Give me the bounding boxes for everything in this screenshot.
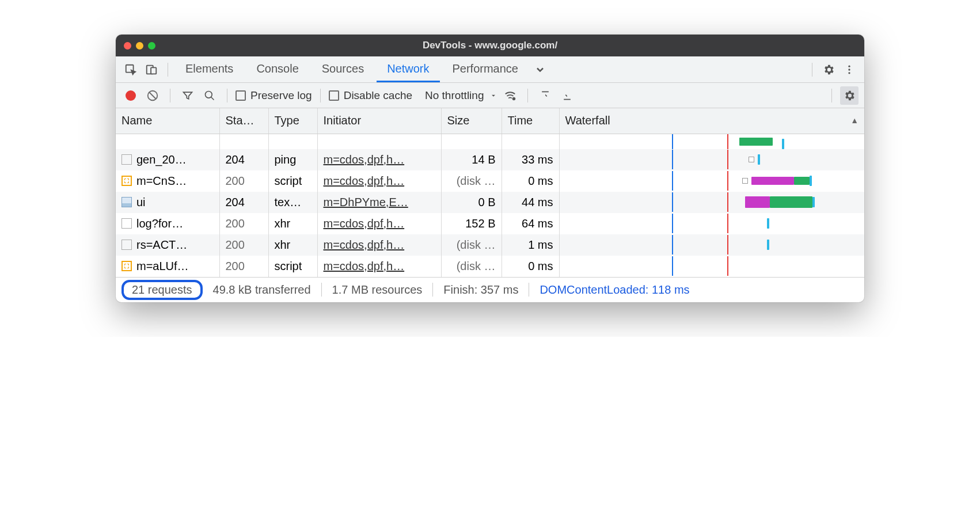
- request-initiator[interactable]: m=cdos,dpf,h…: [317, 149, 441, 170]
- table-row[interactable]: rs=ACT…200xhrm=cdos,dpf,h…(disk …1 ms: [116, 234, 864, 256]
- search-icon[interactable]: [200, 86, 219, 105]
- document-file-icon: [121, 218, 132, 229]
- waterfall-bar: [739, 138, 773, 146]
- waterfall-bar: [782, 139, 784, 149]
- request-name: gen_20…: [136, 153, 187, 166]
- table-row[interactable]: gen_20…204pingm=cdos,dpf,h…14 B33 ms: [116, 149, 864, 170]
- request-initiator[interactable]: m=cdos,dpf,h…: [317, 213, 441, 234]
- network-settings-gear-icon[interactable]: [840, 86, 859, 105]
- column-header-waterfall[interactable]: Waterfall ▲: [559, 108, 864, 134]
- request-type: xhr: [268, 234, 317, 256]
- request-type: script: [268, 170, 317, 192]
- request-size: 152 B: [441, 213, 502, 234]
- waterfall-bar: [767, 240, 769, 250]
- tab-performance[interactable]: Performance: [442, 56, 529, 82]
- svg-point-4: [848, 69, 850, 70]
- import-har-icon[interactable]: [536, 86, 554, 105]
- transferred-size: 49.8 kB transferred: [203, 283, 321, 297]
- network-status-bar: 21 requests 49.8 kB transferred 1.7 MB r…: [116, 277, 864, 302]
- window-title: DevTools - www.google.com/: [116, 40, 864, 51]
- svg-point-5: [848, 72, 850, 74]
- disable-cache-checkbox[interactable]: Disable cache: [329, 89, 412, 102]
- request-size: 0 B: [441, 192, 502, 213]
- throttling-label: No throttling: [425, 89, 484, 102]
- request-type: xhr: [268, 213, 317, 234]
- svg-rect-2: [151, 67, 156, 74]
- svg-point-8: [512, 97, 516, 100]
- tab-network[interactable]: Network: [377, 56, 439, 82]
- load-line: [727, 235, 728, 255]
- divider: [227, 89, 227, 102]
- request-time: 1 ms: [502, 234, 559, 256]
- divider: [170, 89, 170, 102]
- network-requests-table: Name Sta… Type Initiator Size Time Water…: [116, 108, 864, 277]
- load-line: [727, 256, 728, 276]
- table-row[interactable]: ui204tex…m=DhPYme,E…0 B44 ms: [116, 192, 864, 213]
- request-size: 14 B: [441, 149, 502, 170]
- table-row[interactable]: m=CnS…200scriptm=cdos,dpf,h…(disk …0 ms: [116, 170, 864, 192]
- request-status: 200: [219, 256, 268, 277]
- preserve-log-checkbox[interactable]: Preserve log: [235, 89, 312, 102]
- svg-point-3: [848, 65, 850, 67]
- export-har-icon[interactable]: [558, 86, 576, 105]
- clear-icon[interactable]: [143, 86, 162, 105]
- request-initiator[interactable]: m=cdos,dpf,h…: [317, 234, 441, 256]
- request-type: ping: [268, 149, 317, 170]
- domcontentloaded-line: [672, 192, 673, 212]
- document-file-icon: [121, 240, 132, 250]
- column-header-time[interactable]: Time: [502, 108, 559, 134]
- column-header-status[interactable]: Sta…: [219, 108, 268, 134]
- request-name: m=aLUf…: [136, 260, 189, 273]
- throttling-select[interactable]: No throttling: [425, 89, 497, 102]
- domcontentloaded-line: [672, 256, 673, 276]
- column-header-type[interactable]: Type: [268, 108, 317, 134]
- domcontentloaded-line: [672, 171, 673, 191]
- divider: [168, 63, 168, 77]
- inspect-element-icon[interactable]: [121, 60, 140, 79]
- waterfall-bar: [745, 196, 769, 208]
- device-toolbar-icon[interactable]: [142, 60, 161, 79]
- request-type: tex…: [268, 192, 317, 213]
- divider: [831, 89, 832, 102]
- request-size: (disk …: [441, 170, 502, 192]
- preserve-log-label: Preserve log: [250, 89, 312, 102]
- waterfall-marker: [742, 178, 748, 184]
- request-name: ui: [136, 196, 146, 209]
- request-size: (disk …: [441, 234, 502, 256]
- request-initiator[interactable]: m=DhPYme,E…: [317, 192, 441, 213]
- record-button[interactable]: [121, 86, 140, 105]
- load-line: [727, 171, 728, 191]
- request-name: m=CnS…: [136, 174, 187, 188]
- request-time: 44 ms: [502, 192, 559, 213]
- domcontentloaded-line: [672, 150, 673, 169]
- resources-size: 1.7 MB resources: [322, 283, 433, 297]
- disable-cache-label: Disable cache: [344, 89, 412, 102]
- request-initiator[interactable]: m=cdos,dpf,h…: [317, 170, 441, 192]
- request-time: 0 ms: [502, 170, 559, 192]
- minimize-window-button[interactable]: [136, 42, 143, 50]
- zoom-window-button[interactable]: [148, 42, 155, 50]
- tab-sources[interactable]: Sources: [312, 56, 374, 82]
- column-header-size[interactable]: Size: [441, 108, 502, 134]
- request-initiator[interactable]: m=cdos,dpf,h…: [317, 256, 441, 277]
- divider: [320, 89, 321, 102]
- kebab-menu-icon[interactable]: [840, 60, 859, 79]
- more-tabs-icon[interactable]: [531, 60, 549, 79]
- request-time: 0 ms: [502, 256, 559, 277]
- network-conditions-icon[interactable]: [501, 86, 519, 105]
- load-line: [727, 150, 728, 169]
- close-window-button[interactable]: [124, 42, 131, 50]
- tab-console[interactable]: Console: [246, 56, 309, 82]
- table-row[interactable]: m=aLUf…200scriptm=cdos,dpf,h…(disk …0 ms: [116, 256, 864, 277]
- document-file-icon: [121, 154, 132, 165]
- column-header-name[interactable]: Name: [116, 108, 219, 134]
- request-status: 204: [219, 192, 268, 213]
- table-row[interactable]: log?for…200xhrm=cdos,dpf,h…152 B64 ms: [116, 213, 864, 234]
- domcontentloaded-time: DOMContentLoaded: 118 ms: [529, 283, 700, 297]
- settings-gear-icon[interactable]: [819, 60, 838, 79]
- request-status: 200: [219, 234, 268, 256]
- filter-icon[interactable]: [178, 86, 197, 105]
- request-status: 204: [219, 149, 268, 170]
- column-header-initiator[interactable]: Initiator: [317, 108, 441, 134]
- tab-elements[interactable]: Elements: [175, 56, 244, 82]
